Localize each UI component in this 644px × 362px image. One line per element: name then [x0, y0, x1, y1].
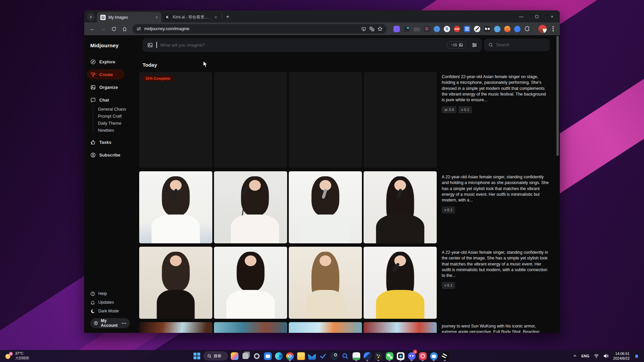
chat-channel-prompt-craft[interactable]: Prompt Craft: [98, 113, 139, 120]
wechat-app-icon[interactable]: [385, 351, 394, 361]
generated-image[interactable]: [214, 171, 287, 243]
prompt-input[interactable]: What will you imagine? ~15: [143, 38, 482, 52]
page-scrollbar[interactable]: [556, 35, 559, 333]
extension-icon-1[interactable]: [393, 26, 400, 32]
sidebar-item-create[interactable]: Create: [87, 69, 124, 79]
generated-image[interactable]: [139, 171, 212, 243]
volume-icon[interactable]: [603, 354, 609, 358]
tab-search-button[interactable]: ∨: [87, 13, 95, 21]
my-account-button[interactable]: My Account: [90, 318, 130, 328]
profile-avatar[interactable]: [538, 25, 547, 33]
translate-icon[interactable]: [369, 26, 374, 32]
settings-sliders-icon[interactable]: [472, 42, 477, 48]
edge-app-icon[interactable]: [274, 351, 283, 361]
tag-version[interactable]: v 6.1: [442, 206, 455, 214]
mail-app-icon[interactable]: [308, 351, 316, 361]
listening-app-icon[interactable]: [396, 351, 405, 361]
forward-icon[interactable]: →: [98, 24, 108, 34]
tab-kimi[interactable]: K Kimi.ai - 帮你看更大的世界 ×: [161, 12, 220, 22]
extension-icon-3[interactable]: [414, 27, 420, 32]
bookmark-star-icon[interactable]: [377, 26, 383, 32]
chat-channel-general-chaos[interactable]: General Chaos: [98, 106, 139, 113]
extensions-puzzle-icon[interactable]: [524, 26, 531, 32]
generated-image[interactable]: [364, 322, 437, 333]
sidebar-item-explore[interactable]: Explore: [90, 57, 139, 67]
extension-icon-7[interactable]: ADP: [454, 26, 460, 32]
tab-close-icon[interactable]: ×: [155, 15, 158, 20]
extension-icon-9[interactable]: [474, 26, 480, 32]
everything-search-icon[interactable]: [341, 351, 350, 361]
pixel-app-icon[interactable]: [374, 351, 383, 361]
tag-version[interactable]: v 6.1: [459, 106, 472, 113]
tag-version[interactable]: v 6.1: [442, 282, 455, 289]
sidebar-item-subscribe[interactable]: Subscribe: [90, 150, 139, 160]
sidebar-item-dark-mode[interactable]: Dark Mode: [90, 307, 139, 315]
microsoft-store-icon[interactable]: [263, 351, 272, 361]
extension-icon-6[interactable]: S: [444, 26, 450, 32]
midjourney-logo[interactable]: Midjourney: [90, 43, 139, 49]
tray-expand-icon[interactable]: [573, 354, 577, 358]
start-button[interactable]: [193, 351, 201, 361]
generated-image[interactable]: [214, 247, 287, 319]
chrome-app-icon[interactable]: [285, 351, 294, 361]
sidebar-item-organize[interactable]: Organize: [90, 82, 139, 92]
back-icon[interactable]: ←: [88, 24, 97, 34]
clash-app-icon[interactable]: [429, 351, 438, 361]
extension-icon-4[interactable]: D: [424, 26, 430, 32]
v2ray-app-icon[interactable]: [363, 351, 372, 361]
job-prompt-3[interactable]: A 22-year-old Asian female singer, stand…: [442, 250, 550, 289]
job-prompt-4[interactable]: journey to west Sun WuKong with his icon…: [442, 323, 550, 333]
chat-channel-newbies[interactable]: Newbies: [98, 127, 139, 134]
extension-icon-13[interactable]: [514, 26, 521, 32]
reload-icon[interactable]: [109, 24, 118, 34]
notes-app-icon[interactable]: [352, 351, 361, 361]
minimize-button[interactable]: —: [514, 10, 529, 22]
capcut-app-icon[interactable]: [440, 351, 449, 361]
new-tab-button[interactable]: +: [223, 12, 232, 21]
site-settings-icon[interactable]: [137, 26, 141, 31]
extension-icon-11[interactable]: [494, 26, 500, 32]
extension-icon-8[interactable]: [464, 26, 470, 32]
job-prompt-1[interactable]: Confident 22-year-old Asian female singe…: [442, 74, 550, 113]
taskbar-weather-widget[interactable]: 1 37°C 大部晴朗: [5, 351, 29, 361]
generating-image-placeholder[interactable]: 15% Complete: [139, 72, 212, 168]
job-prompt-2[interactable]: A 22-year-old Asian female singer, stand…: [442, 174, 550, 214]
tab-my-images[interactable]: My Images ×: [97, 12, 161, 22]
extension-icon-2[interactable]: [404, 26, 410, 32]
chat-channel-daily-theme[interactable]: Daily Theme: [98, 120, 139, 127]
sidebar-item-updates[interactable]: Updates: [90, 298, 139, 307]
generated-image[interactable]: [139, 322, 212, 333]
generating-image-placeholder[interactable]: [214, 72, 287, 168]
extension-icon-12[interactable]: [504, 26, 511, 32]
sidebar-item-tasks[interactable]: Tasks: [90, 137, 139, 147]
extension-icon-5[interactable]: [434, 26, 440, 32]
generating-image-placeholder[interactable]: [289, 72, 362, 168]
music-app-icon[interactable]: [418, 351, 427, 361]
taskbar-clock[interactable]: 14:06:51 2024/8/22: [613, 351, 630, 361]
steam-app-icon[interactable]: [330, 351, 338, 361]
discord-app-icon[interactable]: 4: [407, 351, 416, 361]
scrollbar-thumb[interactable]: [556, 36, 559, 156]
home-icon[interactable]: [120, 24, 129, 34]
notification-bell-icon[interactable]: [634, 353, 639, 359]
sidebar-item-chat[interactable]: Chat: [90, 95, 139, 105]
maximize-button[interactable]: [529, 10, 544, 22]
widgets-app-icon[interactable]: [230, 351, 239, 361]
task-view-icon[interactable]: [241, 351, 250, 361]
generated-image[interactable]: [289, 322, 362, 333]
address-bar[interactable]: midjourney.com/imagine: [132, 24, 387, 34]
close-button[interactable]: ×: [544, 10, 560, 22]
generating-image-placeholder[interactable]: [364, 72, 437, 168]
share-icon[interactable]: [361, 26, 366, 32]
image-prompt-icon[interactable]: [147, 42, 153, 48]
sidebar-item-help[interactable]: Help: [90, 289, 139, 298]
language-indicator[interactable]: ENG: [581, 354, 589, 358]
generated-image[interactable]: [289, 171, 362, 243]
settings-app-icon[interactable]: [252, 351, 261, 361]
wifi-icon[interactable]: [594, 354, 599, 358]
generated-image[interactable]: [289, 247, 362, 319]
todo-app-icon[interactable]: [319, 351, 327, 361]
generated-image[interactable]: [139, 247, 212, 319]
image-count-pill[interactable]: ~15: [447, 41, 466, 49]
search-input[interactable]: Search: [484, 39, 550, 51]
